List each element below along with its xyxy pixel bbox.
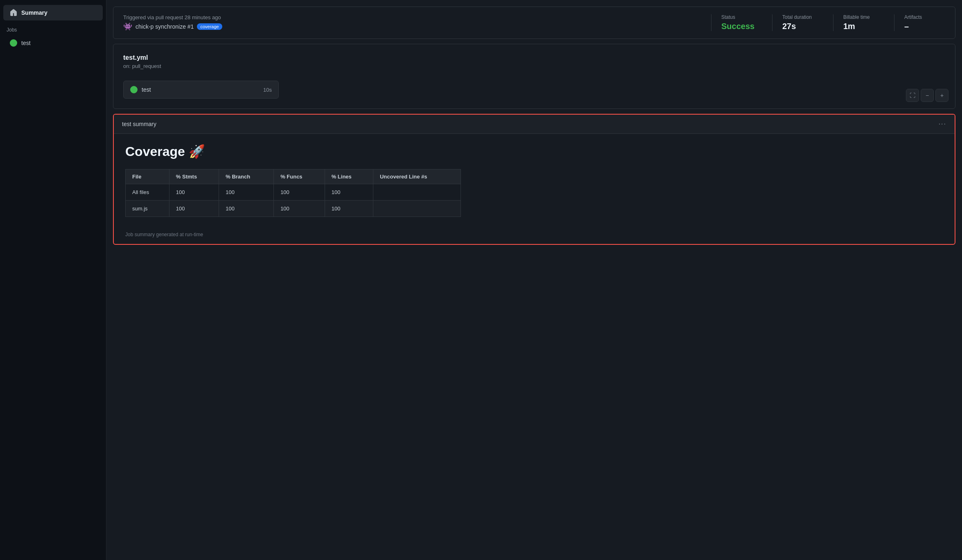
table-cell [373,201,461,217]
table-cell: 100 [169,201,219,217]
table-row: sum.js100100100100 [126,201,461,217]
table-cell: sum.js [126,201,169,217]
main-content: Triggered via pull request 28 minutes ag… [106,0,962,560]
sidebar-summary-label: Summary [21,9,47,16]
pr-link[interactable]: chick-p synchronize #1 [135,23,194,30]
divider-1 [711,14,711,31]
workflow-card: test.yml on: pull_request test 10s ⛶ − + [113,44,955,109]
summary-footer: Job summary generated at run-time [114,227,955,244]
trigger-text: Triggered via pull request 28 minutes ag… [123,14,701,20]
trigger-section: Triggered via pull request 28 minutes ag… [123,14,701,30]
artifacts-stat: Artifacts – [904,14,945,31]
status-stat: Status Success [721,14,762,31]
coverage-table-body: All files100100100100sum.js100100100100 [126,184,461,217]
coverage-badge: coverage [197,23,222,30]
billable-value: 1m [843,22,884,31]
table-header-cell: % Branch [219,169,274,184]
job-item-left: test [130,86,151,93]
sidebar-jobs-section: Jobs [0,22,106,35]
table-cell: 100 [169,184,219,201]
check-circle-icon [10,39,17,47]
table-cell: 100 [274,201,325,217]
duration-label: Total duration [782,14,823,20]
trigger-row: 👾 chick-p synchronize #1 coverage [123,23,701,30]
table-header-cell: % Lines [325,169,373,184]
job-item-time: 10s [263,87,272,93]
home-icon [10,9,17,16]
coverage-table-header-row: File% Stmts% Branch% Funcs% LinesUncover… [126,169,461,184]
table-cell: All files [126,184,169,201]
workflow-trigger: on: pull_request [123,63,945,69]
job-item-name: test [142,86,151,93]
sidebar: Summary Jobs test [0,0,106,560]
expand-button[interactable]: ⛶ [906,89,919,102]
artifacts-label: Artifacts [904,14,945,20]
billable-stat: Billable time 1m [843,14,884,31]
summary-card-header: test summary ··· [114,115,955,134]
table-header-cell: Uncovered Line #s [373,169,461,184]
divider-4 [894,14,894,31]
info-card: Triggered via pull request 28 minutes ag… [113,7,955,39]
summary-card-body: Coverage 🚀 File% Stmts% Branch% Funcs% L… [114,134,955,227]
duration-value: 27s [782,22,823,31]
table-cell: 100 [219,184,274,201]
divider-3 [833,14,833,31]
table-header-cell: File [126,169,169,184]
status-value: Success [721,22,762,31]
sidebar-job-label: test [21,40,31,46]
table-header-cell: % Stmts [169,169,219,184]
table-header-cell: % Funcs [274,169,325,184]
table-row: All files100100100100 [126,184,461,201]
test-summary-card: test summary ··· Coverage 🚀 File% Stmts%… [113,114,955,245]
coverage-table-head: File% Stmts% Branch% Funcs% LinesUncover… [126,169,461,184]
table-cell: 100 [325,184,373,201]
avatar-emoji: 👾 [123,23,132,30]
workflow-controls: ⛶ − + [906,89,948,102]
duration-stat: Total duration 27s [782,14,823,31]
artifacts-value: – [904,22,945,31]
job-check-icon [130,86,138,93]
coverage-heading: Coverage 🚀 [125,144,943,159]
zoom-in-button[interactable]: + [935,89,948,102]
table-cell [373,184,461,201]
billable-label: Billable time [843,14,884,20]
sidebar-summary[interactable]: Summary [3,5,103,20]
status-label: Status [721,14,762,20]
table-cell: 100 [274,184,325,201]
workflow-filename: test.yml [123,54,945,61]
divider-2 [772,14,772,31]
more-options-button[interactable]: ··· [939,120,946,128]
sidebar-item-test[interactable]: test [3,36,103,50]
table-cell: 100 [325,201,373,217]
table-cell: 100 [219,201,274,217]
zoom-out-button[interactable]: − [921,89,934,102]
summary-card-title: test summary [122,121,156,127]
coverage-table: File% Stmts% Branch% Funcs% LinesUncover… [125,169,461,217]
job-item-card[interactable]: test 10s [123,81,279,99]
